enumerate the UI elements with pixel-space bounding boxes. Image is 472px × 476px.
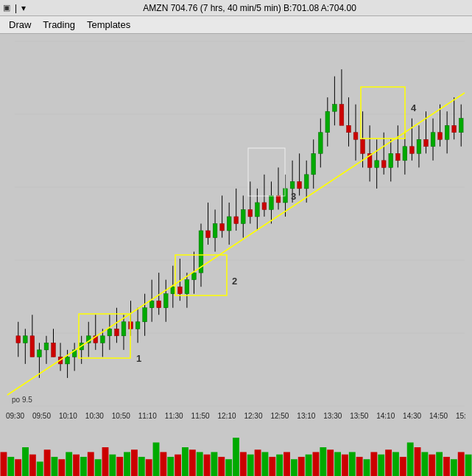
menu-trading[interactable]: Trading [37,18,81,32]
dropdown-arrow[interactable]: ▾ [21,3,26,13]
volume-area [0,424,472,476]
titlebar: ▣ | ▾ AMZN 704.76 (7 hrs, 40 min/5 min) … [0,0,472,16]
title: AMZN 704.76 (7 hrs, 40 min/5 min) B:701.… [30,3,469,13]
menu-draw[interactable]: Draw [3,18,37,32]
chart-area [0,34,472,424]
window-icon: ▣ [3,3,10,13]
separator: | [15,3,17,13]
menubar: Draw Trading Templates [0,16,472,34]
menu-templates[interactable]: Templates [81,18,136,32]
chart-canvas[interactable] [0,34,472,424]
volume-canvas [0,424,472,476]
